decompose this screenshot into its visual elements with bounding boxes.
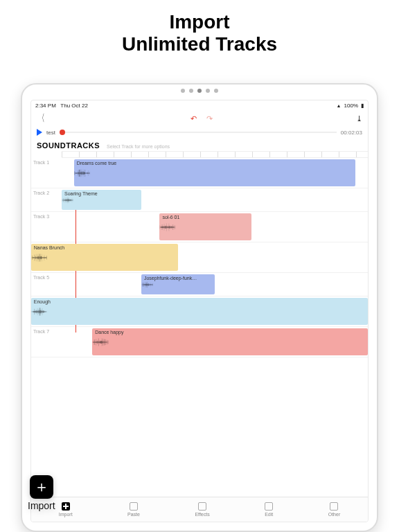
tab-paste-label: Paste	[127, 512, 140, 517]
track-lane[interactable]: Dance happy	[62, 327, 368, 357]
edit-icon	[265, 502, 273, 511]
track-label: Track 3	[31, 212, 62, 242]
speaker-dots	[181, 89, 218, 93]
back-button[interactable]: 〈	[39, 112, 44, 125]
track-lane[interactable]: Soaring Theme	[62, 188, 368, 211]
status-time: 2:34 PM	[35, 103, 56, 109]
paste-icon	[130, 502, 138, 511]
track-lane[interactable]: Dreams come true	[62, 158, 368, 188]
export-button[interactable]: ⤓	[356, 114, 362, 123]
project-name: test	[46, 130, 55, 136]
status-left: 2:34 PM Thu Oct 22	[35, 103, 88, 109]
track-label: Track 5	[31, 273, 62, 296]
tab-edit-label: Edit	[265, 512, 273, 517]
undo-button[interactable]: ↶	[190, 114, 197, 123]
track-row[interactable]: Track 4Nanas Brunch	[31, 242, 368, 273]
track-lane[interactable]: Josephfunk-deep-funk…	[62, 273, 368, 296]
tab-effects-label: Effects	[195, 512, 209, 517]
headline-line-2: Unlimited Tracks	[122, 33, 277, 55]
import-callout-label: Import	[28, 500, 55, 511]
section-title: SOUNDTRACKS	[37, 141, 100, 150]
tablet-frame: 2:34 PM Thu Oct 22 100% ▮ 〈 ↶ ↷ ⤓ test	[21, 83, 378, 532]
track-row[interactable]: Track 3sol-6 01	[31, 212, 368, 242]
status-right: 100% ▮	[337, 103, 364, 109]
scrubber[interactable]	[60, 132, 337, 133]
nav-row: 〈 ↶ ↷ ⤓	[31, 111, 368, 126]
tab-effects[interactable]: Effects	[195, 502, 209, 517]
bottom-tab-bar: Import Paste Effects Edit Other	[31, 497, 368, 522]
section-header: SOUNDTRACKS Select Track for more option…	[31, 137, 368, 151]
track-lane[interactable]: Nanas Brunch	[62, 242, 368, 272]
project-row: test 00:02:03	[31, 126, 368, 137]
track-row[interactable]: Track 6Enough	[31, 296, 368, 327]
section-hint: Select Track for more options	[107, 144, 170, 149]
import-callout: ＋ Import	[28, 475, 55, 511]
tab-other-label: Other	[328, 512, 341, 517]
effects-icon	[198, 502, 206, 511]
audio-clip[interactable]: Nanas Brunch	[31, 244, 178, 271]
status-date: Thu Oct 22	[60, 103, 88, 109]
track-lane[interactable]: sol-6 01	[62, 212, 368, 242]
plus-icon	[62, 502, 70, 511]
track-row[interactable]: Track 5Josephfunk-deep-funk…	[31, 273, 368, 296]
import-callout-icon: ＋	[30, 475, 53, 499]
audio-clip[interactable]: sol-6 01	[159, 213, 251, 240]
app-screen: 2:34 PM Thu Oct 22 100% ▮ 〈 ↶ ↷ ⤓ test	[30, 100, 369, 522]
status-bar: 2:34 PM Thu Oct 22 100% ▮	[31, 100, 368, 111]
track-label: Track 7	[31, 327, 62, 357]
redo-button[interactable]: ↷	[206, 114, 213, 123]
wifi-icon	[337, 103, 342, 109]
scrubber-knob[interactable]	[60, 130, 65, 135]
track-label: Track 1	[31, 158, 62, 188]
audio-clip[interactable]: Josephfunk-deep-funk…	[141, 274, 215, 294]
tab-import-label: Import	[59, 512, 73, 517]
track-row[interactable]: Track 2Soaring Theme	[31, 188, 368, 212]
headline-line-1: Import	[169, 11, 229, 33]
tab-edit[interactable]: Edit	[265, 502, 273, 517]
marketing-headline: Import Unlimited Tracks	[0, 0, 399, 69]
audio-clip[interactable]: Dance happy	[92, 328, 368, 355]
track-row[interactable]: Track 1Dreams come true	[31, 158, 368, 188]
track-row[interactable]: Track 7Dance happy	[31, 327, 368, 357]
audio-clip[interactable]: Enough	[31, 298, 368, 325]
play-button[interactable]	[37, 129, 42, 136]
track-label: Track 2	[31, 188, 62, 211]
audio-clip[interactable]: Dreams come true	[74, 159, 356, 186]
time-ruler[interactable]	[62, 151, 368, 158]
tab-paste[interactable]: Paste	[127, 502, 140, 517]
track-lane[interactable]: Enough	[62, 296, 368, 326]
battery-icon: ▮	[361, 103, 364, 109]
tab-other[interactable]: Other	[328, 502, 341, 517]
tracks-area: Track 1Dreams come trueTrack 2Soaring Th…	[31, 158, 368, 357]
timecode: 00:02:03	[341, 130, 362, 136]
battery-text: 100%	[344, 103, 358, 109]
audio-clip[interactable]: Soaring Theme	[62, 190, 141, 210]
other-icon	[330, 502, 338, 511]
tab-import[interactable]: Import	[59, 502, 73, 517]
